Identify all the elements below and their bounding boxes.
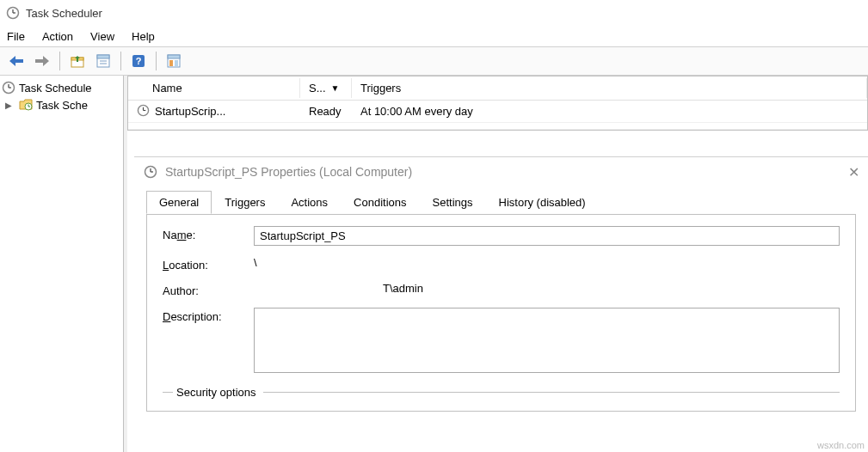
tree-root-label: Task Schedule — [19, 82, 92, 95]
menu-help[interactable]: Help — [132, 30, 155, 43]
tab-conditions[interactable]: Conditions — [341, 191, 419, 214]
task-row[interactable]: StartupScrip... Ready At 10:00 AM every … — [128, 101, 867, 123]
toolbar: ? — [0, 46, 868, 76]
tab-history[interactable]: History (disabled) — [486, 191, 599, 214]
menu-view[interactable]: View — [90, 30, 114, 43]
up-button[interactable] — [66, 50, 89, 72]
location-label: Location: — [163, 256, 254, 272]
svg-rect-12 — [168, 55, 180, 58]
properties-body: General Triggers Actions Conditions Sett… — [134, 186, 868, 412]
folder-icon — [19, 98, 33, 112]
column-name[interactable]: Name — [128, 78, 300, 98]
properties-button[interactable] — [92, 50, 114, 72]
tab-settings[interactable]: Settings — [420, 191, 486, 214]
back-button[interactable] — [5, 50, 28, 72]
security-options-group: Security options — [163, 386, 840, 399]
task-triggers-cell: At 10:00 AM every day — [352, 103, 867, 119]
tab-actions[interactable]: Actions — [278, 191, 341, 214]
task-list: Name S...▼ Triggers StartupScrip... Read… — [127, 76, 868, 131]
clock-icon — [143, 164, 158, 180]
column-status[interactable]: S...▼ — [300, 78, 352, 98]
tree-root-node[interactable]: Task Schedule — [2, 79, 121, 96]
task-row — [128, 123, 867, 130]
author-value: T\admin — [254, 282, 840, 295]
clock-icon — [137, 104, 150, 119]
svg-rect-14 — [175, 60, 178, 66]
toolbar-separator — [59, 52, 60, 70]
tree-child-node[interactable]: ▶ Task Sche — [2, 96, 121, 113]
menu-action[interactable]: Action — [42, 30, 73, 43]
tree-panel: Task Schedule ▶ Task Sche — [0, 76, 124, 452]
tree-child-label: Task Sche — [36, 99, 88, 112]
close-button[interactable]: ✕ — [848, 164, 859, 180]
svg-rect-13 — [169, 60, 173, 66]
forward-button[interactable] — [31, 50, 53, 72]
name-input[interactable] — [254, 226, 840, 246]
window-title: Task Scheduler — [26, 7, 102, 20]
task-list-header: Name S...▼ Triggers — [128, 76, 867, 101]
description-label: Description: — [163, 308, 254, 323]
tab-content-general: Name: Location: \ Author: T\admin Descri… — [146, 214, 856, 412]
app-icon — [5, 5, 21, 21]
properties-dialog: StartupScript_PS Properties (Local Compu… — [134, 156, 868, 452]
help-button[interactable]: ? — [127, 50, 150, 72]
name-label: Name: — [163, 226, 254, 241]
chevron-right-icon[interactable]: ▶ — [5, 101, 15, 110]
tab-triggers[interactable]: Triggers — [212, 191, 278, 214]
watermark: wsxdn.com — [817, 440, 865, 450]
refresh-button[interactable] — [163, 50, 185, 72]
author-label: Author: — [163, 282, 254, 297]
location-value: \ — [254, 256, 840, 269]
titlebar: Task Scheduler — [0, 0, 868, 26]
description-input[interactable] — [254, 308, 840, 373]
menu-file[interactable]: File — [7, 30, 25, 43]
properties-titlebar: StartupScript_PS Properties (Local Compu… — [134, 157, 868, 186]
menubar: File Action View Help — [0, 26, 868, 46]
task-name-cell: StartupScrip... — [128, 102, 300, 121]
svg-rect-6 — [97, 55, 109, 58]
svg-text:?: ? — [136, 56, 142, 66]
tab-strip: General Triggers Actions Conditions Sett… — [146, 191, 856, 215]
properties-title: StartupScript_PS Properties (Local Compu… — [165, 165, 412, 179]
column-triggers[interactable]: Triggers — [352, 78, 867, 98]
task-status-cell: Ready — [300, 103, 352, 119]
tab-general[interactable]: General — [146, 191, 212, 214]
clock-icon — [2, 81, 15, 95]
security-options-label: Security options — [173, 386, 260, 399]
toolbar-separator — [120, 52, 121, 70]
toolbar-separator — [156, 52, 157, 70]
sort-arrow-icon: ▼ — [331, 83, 340, 93]
